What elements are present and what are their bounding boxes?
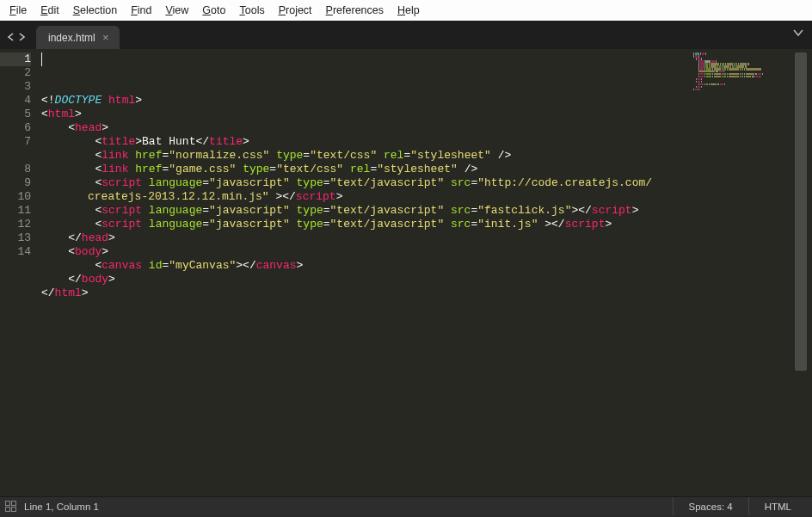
text-cursor bbox=[41, 52, 42, 66]
menu-preferences[interactable]: Preferences bbox=[320, 3, 390, 18]
close-icon[interactable]: × bbox=[99, 30, 113, 44]
status-selection[interactable]: Line 1, Column 1 bbox=[24, 502, 99, 512]
code-area[interactable]: <!DOCTYPE html><html> <head> <title>Bat … bbox=[38, 49, 812, 496]
tab-overflow-icon[interactable] bbox=[793, 28, 803, 40]
status-indent[interactable]: Spaces: 4 bbox=[673, 497, 748, 515]
menu-file[interactable]: File bbox=[3, 3, 33, 18]
panel-switcher-icon[interactable] bbox=[5, 501, 17, 513]
line-number-gutter: 1234567 891011121314 bbox=[0, 49, 38, 496]
menu-edit[interactable]: Edit bbox=[34, 3, 65, 18]
menu-view[interactable]: View bbox=[159, 3, 194, 18]
code-editor[interactable]: 1234567 891011121314 <!DOCTYPE html><htm… bbox=[0, 49, 812, 496]
menu-goto[interactable]: Goto bbox=[196, 3, 231, 18]
menu-selection[interactable]: Selection bbox=[67, 3, 123, 18]
menu-tools[interactable]: Tools bbox=[233, 3, 270, 18]
menu-find[interactable]: Find bbox=[125, 3, 157, 18]
nav-back-icon[interactable] bbox=[7, 32, 15, 44]
status-bar: Line 1, Column 1 Spaces: 4 HTML bbox=[0, 496, 812, 515]
tab-bar: index.html × bbox=[0, 21, 812, 49]
status-syntax[interactable]: HTML bbox=[748, 497, 807, 515]
nav-forward-icon[interactable] bbox=[17, 32, 26, 44]
tab-title: index.html bbox=[48, 32, 95, 44]
menu-bar: File Edit Selection Find View Goto Tools… bbox=[0, 0, 812, 21]
tab-index-html[interactable]: index.html × bbox=[36, 26, 120, 49]
menu-project[interactable]: Project bbox=[273, 3, 318, 18]
scrollbar-thumb[interactable] bbox=[795, 52, 807, 371]
menu-help[interactable]: Help bbox=[391, 3, 426, 18]
